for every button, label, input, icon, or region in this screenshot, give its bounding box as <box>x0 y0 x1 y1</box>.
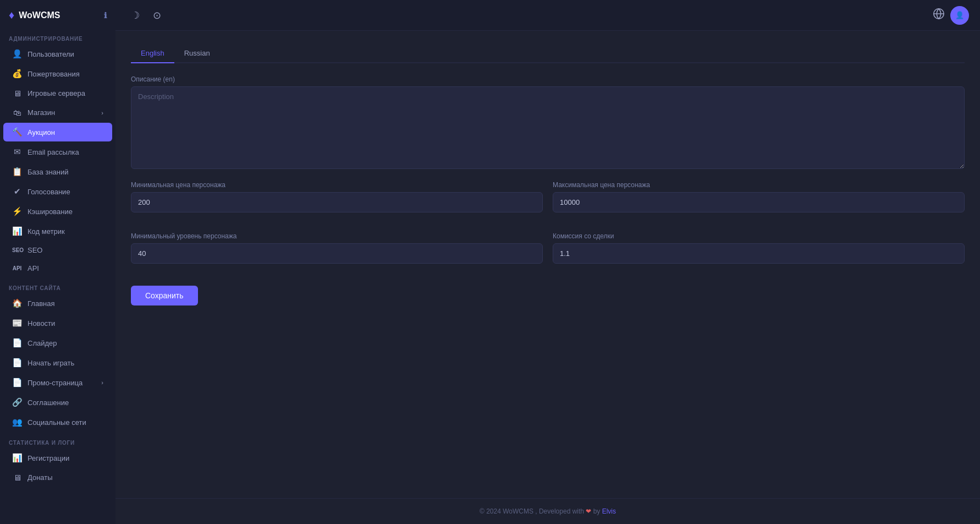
sidebar-item-api-label: API <box>27 264 39 272</box>
min-level-label: Минимальный уровень персонажа <box>131 232 543 240</box>
game-servers-icon: 🖥 <box>12 89 22 98</box>
caching-icon: ⚡ <box>12 206 22 216</box>
home-icon: 🏠 <box>12 298 22 308</box>
sidebar: ♦ WoWCMS ℹ Администрирование 👤 Пользоват… <box>0 0 115 524</box>
footer-text: © 2024 WoWCMS , Developed with <box>480 507 584 515</box>
max-price-label: Максимальная цена персонажа <box>553 181 965 189</box>
logo-icon: ♦ <box>9 9 14 21</box>
tab-russian[interactable]: Russian <box>174 44 220 63</box>
sidebar-item-email[interactable]: ✉ Email рассылка <box>3 143 112 161</box>
sidebar-item-agreement-label: Соглашение <box>27 399 69 407</box>
sidebar-item-api[interactable]: API API <box>3 260 112 277</box>
theme-toggle-button[interactable]: ☽ <box>126 6 144 25</box>
sidebar-item-game-servers[interactable]: 🖥 Игровые сервера <box>3 84 112 102</box>
sidebar-item-social[interactable]: 👥 Социальные сети <box>3 413 112 432</box>
sidebar-item-news[interactable]: 📰 Новости <box>3 314 112 332</box>
min-price-input[interactable] <box>131 192 543 212</box>
knowledge-icon: 📋 <box>12 167 22 177</box>
sidebar-item-registrations-label: Регистрации <box>27 454 69 462</box>
price-row: Минимальная цена персонажа Максимальная … <box>131 181 965 222</box>
sidebar-item-news-label: Новости <box>27 319 55 328</box>
voting-icon: ✔ <box>12 187 22 197</box>
commission-label: Комиссия со сделки <box>553 232 965 240</box>
sidebar-item-donations[interactable]: 💰 Пожертвования <box>3 64 112 83</box>
logo[interactable]: ♦ WoWCMS ℹ <box>0 0 115 28</box>
footer-heart: ❤ <box>586 507 591 515</box>
email-icon: ✉ <box>12 147 22 157</box>
section-admin-label: Администрирование <box>0 28 115 44</box>
brand-name: WoWCMS <box>19 10 60 20</box>
section-stats-label: Статистика и логи <box>0 432 115 448</box>
max-price-group: Максимальная цена персонажа <box>553 181 965 212</box>
sidebar-item-home-label: Главная <box>27 299 54 308</box>
sidebar-item-knowledge[interactable]: 📋 База знаний <box>3 162 112 181</box>
avatar-initials: 👤 <box>955 11 964 19</box>
sidebar-item-auction-label: Аукцион <box>27 128 55 137</box>
min-level-group: Минимальный уровень персонажа <box>131 232 543 264</box>
save-button[interactable]: Сохранить <box>131 286 198 305</box>
level-commission-row: Минимальный уровень персонажа Комиссия с… <box>131 232 965 274</box>
sidebar-item-caching[interactable]: ⚡ Кэширование <box>3 202 112 221</box>
section-content-label: Контент сайта <box>0 277 115 293</box>
description-label: Описание (en) <box>131 75 965 83</box>
sidebar-item-auction[interactable]: 🔨 Аукцион <box>3 123 112 141</box>
content-area: English Russian Описание (en) Минимальна… <box>115 31 980 498</box>
language-tabs: English Russian <box>131 44 965 63</box>
description-group: Описание (en) <box>131 75 965 171</box>
social-icon: 👥 <box>12 417 22 427</box>
sidebar-item-shop[interactable]: 🛍 Магазин › <box>3 103 112 122</box>
metrics-icon: 📊 <box>12 226 22 236</box>
promo-chevron-icon: › <box>101 379 103 386</box>
footer-by: by <box>593 507 601 515</box>
api-icon: API <box>12 265 22 271</box>
sidebar-item-seo-label: SEO <box>27 246 42 254</box>
sidebar-item-knowledge-label: База знаний <box>27 168 69 176</box>
shop-chevron-icon: › <box>101 110 103 116</box>
avatar[interactable]: 👤 <box>950 6 969 25</box>
description-textarea[interactable] <box>131 86 965 169</box>
donates-icon: 🖥 <box>12 473 22 482</box>
sidebar-item-seo[interactable]: SEO SEO <box>3 242 112 259</box>
users-icon: 👤 <box>12 49 22 59</box>
sidebar-item-users-label: Пользователи <box>27 50 74 58</box>
sidebar-item-promo[interactable]: 📄 Промо-страница › <box>3 373 112 392</box>
commission-input[interactable] <box>553 243 965 264</box>
language-icon[interactable] <box>933 8 945 23</box>
main-area: ☽ ⊙ 👤 English Russian О <box>115 0 980 524</box>
max-price-input[interactable] <box>553 192 965 212</box>
sidebar-item-voting[interactable]: ✔ Голосование <box>3 182 112 201</box>
auction-icon: 🔨 <box>12 127 22 137</box>
sidebar-item-home[interactable]: 🏠 Главная <box>3 294 112 313</box>
sidebar-item-metrics-label: Код метрик <box>27 227 65 236</box>
sidebar-item-users[interactable]: 👤 Пользователи <box>3 45 112 63</box>
sidebar-item-voting-label: Голосование <box>27 188 70 196</box>
slider-icon: 📄 <box>12 338 22 348</box>
sidebar-item-slider-label: Слайдер <box>27 339 57 347</box>
min-price-group: Минимальная цена персонажа <box>131 181 543 212</box>
auction-form: Описание (en) Минимальная цена персонажа… <box>131 75 965 305</box>
sidebar-item-metrics[interactable]: 📊 Код метрик <box>3 222 112 241</box>
sidebar-item-start[interactable]: 📄 Начать играть <box>3 353 112 372</box>
info-icon[interactable]: ℹ <box>104 11 107 20</box>
sidebar-item-donations-label: Пожертвования <box>27 70 80 78</box>
sidebar-item-registrations[interactable]: 📊 Регистрации <box>3 449 112 467</box>
tab-english[interactable]: English <box>131 44 174 63</box>
seo-icon: SEO <box>12 247 22 253</box>
sidebar-item-promo-label: Промо-страница <box>27 379 82 387</box>
footer-author-link[interactable]: Elvis <box>602 507 616 515</box>
fullscreen-button[interactable]: ⊙ <box>148 6 166 25</box>
sidebar-item-social-label: Социальные сети <box>27 418 86 427</box>
sidebar-item-email-label: Email рассылка <box>27 148 79 156</box>
sidebar-item-game-servers-label: Игровые сервера <box>27 89 85 97</box>
commission-group: Комиссия со сделки <box>553 232 965 264</box>
sidebar-item-shop-label: Магазин <box>27 108 55 117</box>
registrations-icon: 📊 <box>12 453 22 463</box>
sidebar-item-slider[interactable]: 📄 Слайдер <box>3 334 112 352</box>
agreement-icon: 🔗 <box>12 397 22 407</box>
sidebar-item-agreement[interactable]: 🔗 Соглашение <box>3 393 112 412</box>
donations-icon: 💰 <box>12 69 22 79</box>
shop-icon: 🛍 <box>12 108 22 117</box>
min-level-input[interactable] <box>131 243 543 264</box>
sidebar-item-donates[interactable]: 🖥 Донаты <box>3 468 112 487</box>
start-icon: 📄 <box>12 358 22 368</box>
